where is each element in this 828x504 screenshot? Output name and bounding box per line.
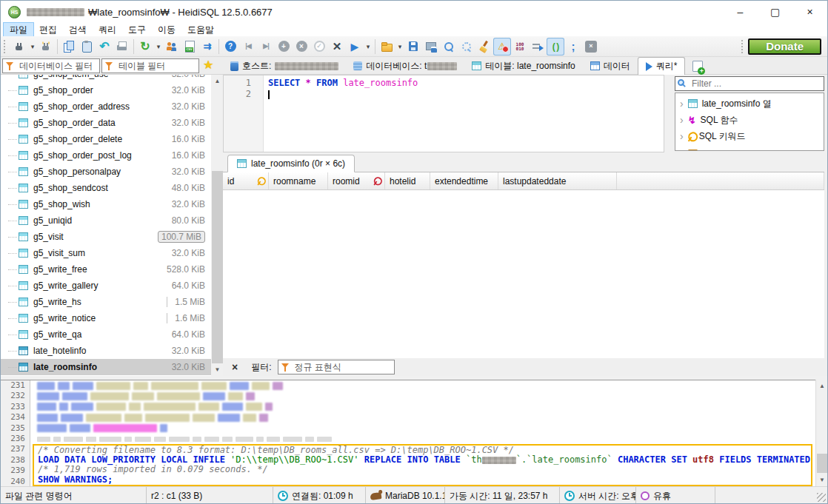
add-row-button[interactable]: + — [275, 38, 293, 56]
table-row[interactable]: g5_write_gallery64.0 KiB — [1, 278, 223, 294]
result-tab[interactable]: late_roomsinfo (0r × 6c) — [227, 155, 355, 172]
close-button[interactable]: × — [792, 1, 827, 23]
scroll-down-icon[interactable]: ▼ — [211, 363, 224, 376]
scroll-down-icon[interactable]: ▼ — [816, 474, 828, 486]
replace-button[interactable] — [458, 38, 475, 56]
column-header-hotelid[interactable]: hotelid — [385, 172, 430, 189]
minimize-button[interactable]: – — [723, 1, 758, 23]
new-query-tab-button[interactable] — [685, 57, 710, 75]
menu-item-2[interactable]: 검색 — [63, 23, 93, 36]
column-header-lastupdateddate[interactable]: lastupdateddate — [498, 172, 617, 189]
close-filter-icon[interactable]: × — [232, 361, 238, 373]
helper-item-1[interactable]: ›↯SQL 함수 — [675, 112, 824, 128]
column-header-roomname[interactable]: roomname — [269, 172, 328, 189]
table-row[interactable]: g5_shop_item_use32.0 KiB — [1, 75, 223, 82]
menu-item-4[interactable]: 도구 — [122, 23, 152, 36]
helper-item-0[interactable]: ›late_roomsinfo 열 — [675, 95, 824, 112]
helper-item-3[interactable]: › — [675, 144, 824, 151]
donate-button[interactable]: Donate — [748, 38, 821, 55]
goto-first-button[interactable]: |◀ — [239, 38, 257, 56]
error-filter-button[interactable]: ⚠ — [493, 38, 511, 56]
database-filter-input[interactable] — [2, 58, 100, 73]
table-row[interactable]: g5_uniqid80.0 KiB — [1, 212, 223, 229]
undo-button[interactable]: ↶ — [96, 38, 113, 56]
table-row[interactable]: g5_write_notice1.6 MiB — [1, 310, 223, 326]
favorites-star-icon[interactable]: ★ — [203, 58, 213, 72]
open-file-button[interactable] — [378, 38, 395, 56]
tab-table[interactable]: 테이블: late_roomsinfo — [464, 57, 582, 75]
menu-item-3[interactable]: 쿼리 — [93, 23, 122, 36]
table-row[interactable]: g5_shop_order_address32.0 KiB — [1, 98, 223, 115]
table-row[interactable]: g5_write_hs1.5 MiB — [1, 294, 223, 310]
scrollbar-thumb[interactable] — [212, 171, 223, 363]
tab-query[interactable]: 쿼리* — [638, 57, 686, 75]
goto-last-button[interactable]: ▶| — [257, 38, 275, 56]
refresh-button[interactable]: ↻ — [136, 38, 154, 56]
help-button[interactable] — [221, 38, 239, 56]
helpers-filter-input[interactable] — [675, 76, 824, 91]
grid-filter-input[interactable] — [278, 360, 395, 374]
binary-view-button[interactable]: 100 010 — [511, 38, 529, 56]
scrollbar-thumb[interactable] — [817, 454, 827, 473]
log-scrollbar[interactable]: ▲ ▼ — [815, 380, 828, 486]
column-header-roomid[interactable]: roomid — [328, 172, 385, 189]
table-row[interactable]: late_roomsinfo32.0 KiB — [1, 359, 223, 375]
tab-database[interactable]: 데이터베이스: t — [346, 57, 464, 75]
table-row[interactable]: g5_write_free528.0 KiB — [1, 261, 223, 278]
expand-icon[interactable]: › — [680, 147, 684, 151]
menu-item-0[interactable]: 파일 — [4, 23, 33, 36]
connect-dropdown-icon[interactable] — [28, 38, 37, 56]
export-csv-button[interactable] — [181, 38, 198, 56]
indent-button[interactable] — [529, 38, 547, 56]
tab-host[interactable]: 호스트: — [223, 57, 346, 75]
table-row[interactable]: g5_shop_order_post_log16.0 KiB — [1, 147, 223, 164]
column-header-extendedtime[interactable]: extendedtime — [430, 172, 498, 189]
paste-button[interactable] — [78, 38, 96, 56]
table-row[interactable]: g5_visit100.7 MiB — [1, 229, 223, 245]
table-row[interactable]: g5_visit_sum32.0 KiB — [1, 245, 223, 261]
menu-item-6[interactable]: 도움말 — [181, 23, 220, 36]
connect-button[interactable] — [10, 38, 28, 56]
table-row[interactable]: g5_shop_sendcost48.0 KiB — [1, 180, 223, 196]
toolbar-grip[interactable] — [4, 40, 7, 53]
table-row[interactable]: late_hotelinfo32.0 KiB — [1, 343, 223, 359]
print-button[interactable] — [113, 38, 131, 56]
sql-editor[interactable]: 12 SELECT * FROM late_roomsinfo — [223, 75, 664, 152]
result-grid[interactable] — [223, 190, 824, 358]
column-header-id[interactable]: id — [223, 172, 269, 189]
editor-code[interactable]: SELECT * FROM late_roomsinfo — [264, 75, 664, 152]
resize-grip[interactable] — [817, 493, 826, 502]
scroll-up-icon[interactable]: ▲ — [816, 380, 828, 392]
post-row-button[interactable]: ✓ — [310, 38, 328, 56]
refresh-dropdown-icon[interactable] — [154, 38, 163, 56]
reformat-button[interactable]: ( ) — [547, 38, 564, 56]
menu-item-5[interactable]: 이동 — [152, 23, 181, 36]
cancel-row-button[interactable]: × — [293, 38, 310, 56]
expand-icon[interactable]: › — [680, 98, 684, 109]
table-filter-input[interactable] — [101, 58, 199, 73]
user-manager-button[interactable] — [163, 38, 181, 56]
run-dropdown-icon[interactable] — [364, 38, 373, 56]
scroll-up-icon[interactable]: ▲ — [211, 75, 224, 87]
maximize-button[interactable]: ▢ — [758, 1, 792, 23]
menu-item-1[interactable]: 편집 — [33, 23, 63, 36]
table-row[interactable]: g5_shop_order_delete16.0 KiB — [1, 131, 223, 147]
save-as-button[interactable] — [422, 38, 440, 56]
table-row[interactable]: g5_shop_personalpay32.0 KiB — [1, 164, 223, 180]
open-dropdown-icon[interactable] — [395, 38, 404, 56]
run-query-button[interactable]: ▶ — [346, 38, 364, 56]
save-button[interactable] — [404, 38, 422, 56]
clean-button[interactable] — [475, 38, 493, 56]
delimiter-button[interactable]: ; — [564, 38, 582, 56]
table-row[interactable]: g5_shop_order_data32.0 KiB — [1, 115, 223, 131]
tree-scrollbar[interactable]: ▲ ▼ — [211, 75, 224, 376]
tab-data[interactable]: 데이터 — [583, 57, 638, 75]
table-row[interactable]: g5_shop_wish32.0 KiB — [1, 196, 223, 212]
helper-item-2[interactable]: ›SQL 키워드 — [675, 128, 824, 144]
toolbar-grip-right[interactable] — [741, 40, 745, 53]
close-query-button[interactable]: × — [582, 38, 600, 56]
expand-icon[interactable]: › — [680, 115, 684, 125]
expand-icon[interactable]: › — [680, 131, 684, 141]
copy-button[interactable] — [60, 38, 78, 56]
find-button[interactable] — [440, 38, 458, 56]
